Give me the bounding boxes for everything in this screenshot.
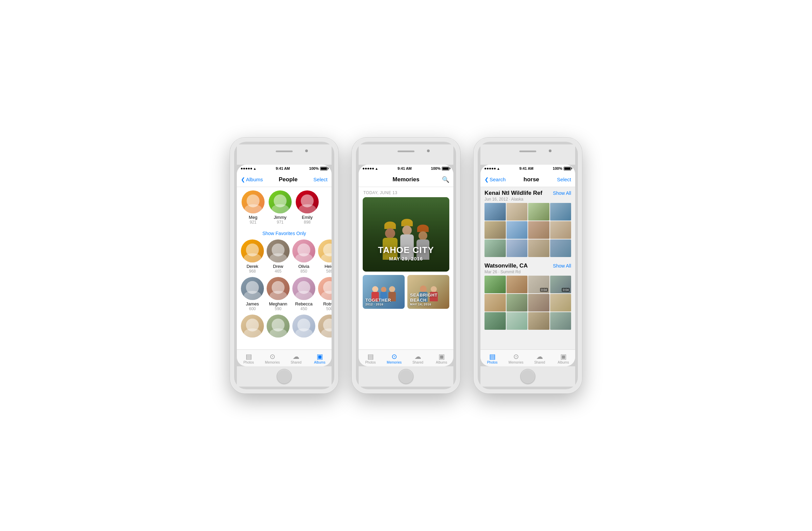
phone-2: ▲ 9:41 AM 100% Memories 🔍 [352, 138, 460, 393]
person-r4b[interactable] [266, 314, 290, 339]
tab-albums-1[interactable]: ▣ Albums [308, 352, 332, 364]
person-meghann[interactable]: Meghann 590 [266, 277, 290, 311]
kenai-photo-5[interactable] [528, 203, 549, 221]
together-title: TOGETHER 2012 · 2016 [365, 298, 402, 306]
home-button-2[interactable] [398, 369, 414, 384]
home-button-3[interactable] [520, 369, 535, 384]
beach-t1: SEABRIGHT BEACH [410, 293, 447, 303]
person-james[interactable]: James 600 [241, 277, 264, 311]
avatar-meghann [266, 277, 290, 300]
signal-area-1: ▲ [241, 167, 257, 171]
wat-photo-11[interactable] [528, 312, 549, 330]
kenai-show-all[interactable]: Show All [553, 190, 571, 196]
tab-bar-1: ▤ Photos ⊙ Memories ☁ Shared ▣ Albums [237, 349, 332, 366]
tab-photos-1[interactable]: ▤ Photos [237, 352, 261, 364]
face-jimmy [269, 190, 292, 213]
person-r4a[interactable] [241, 314, 264, 339]
wat-photo-8[interactable] [550, 294, 571, 311]
shared-label-2: Shared [412, 360, 423, 364]
watsonville-show-all[interactable]: Show All [553, 263, 571, 268]
person-drew[interactable]: Drew 465 [266, 239, 290, 274]
person-meg[interactable]: Meg 921 [241, 190, 265, 225]
person-emily[interactable]: Emily 898 [295, 190, 319, 225]
shared-label-3: Shared [534, 360, 545, 364]
face-r4d [318, 314, 332, 338]
tab-shared-2[interactable]: ☁ Shared [406, 352, 430, 364]
wat-photo-5[interactable]: 0:04 [528, 276, 549, 293]
home-area-2 [359, 366, 453, 387]
kenai-photo-6[interactable] [528, 221, 549, 239]
person-r4c[interactable] [292, 314, 315, 339]
back-button-1[interactable]: ❮ Albums [241, 177, 263, 183]
back-label-3: Search [490, 177, 506, 182]
tab-memories-2[interactable]: ⊙ Memories [382, 352, 406, 364]
search-icon-2[interactable]: 🔍 [442, 176, 449, 183]
speaker-2 [397, 150, 415, 152]
status-bar-1: ▲ 9:41 AM 100% [237, 165, 332, 172]
avatar-r4a [241, 314, 264, 338]
status-time-3: 9:41 AM [519, 166, 534, 171]
tab-albums-3[interactable]: ▣ Albums [551, 352, 575, 364]
tab-photos-2[interactable]: ▤ Photos [359, 352, 382, 364]
person-olivia[interactable]: Olivia 850 [292, 239, 315, 274]
face-robyn [318, 277, 332, 300]
kenai-photo-9[interactable] [484, 239, 506, 257]
kenai-photo-2[interactable] [484, 221, 506, 239]
kenai-col-6 [507, 239, 528, 257]
tab-albums-2[interactable]: ▣ Albums [430, 352, 453, 364]
memory-thumb-beach[interactable]: SEABRIGHT BEACH MAY 14, 2016 [407, 275, 449, 309]
signal-dots-2 [363, 168, 374, 169]
kenai-photo-10[interactable] [507, 239, 528, 257]
wat-photo-12[interactable] [550, 312, 571, 330]
wat-photo-1[interactable] [484, 276, 506, 293]
kenai-photo-11[interactable] [528, 239, 549, 257]
person-jimmy[interactable]: Jimmy 971 [268, 190, 292, 225]
kenai-photo-1[interactable] [484, 203, 506, 221]
wat-photo-9[interactable] [484, 312, 506, 330]
wat-photo-6[interactable] [528, 294, 549, 311]
select-button-3[interactable]: Select [557, 177, 571, 182]
tab-shared-3[interactable]: ☁ Shared [528, 352, 551, 364]
home-button-1[interactable] [277, 369, 292, 384]
kenai-photo-12[interactable] [550, 239, 571, 257]
kenai-photo-7[interactable] [550, 203, 571, 221]
person-robyn[interactable]: Robyn 500 [318, 277, 332, 311]
avatar-robyn [318, 277, 332, 300]
person-rebecca[interactable]: Rebecca 450 [292, 277, 315, 311]
tab-shared-1[interactable]: ☁ Shared [284, 352, 308, 364]
select-button-1[interactable]: Select [313, 177, 328, 182]
kenai-photo-3[interactable] [507, 203, 528, 221]
watsonville-grid-row2 [484, 312, 571, 330]
tab-photos-3[interactable]: ▤ Photos [480, 352, 504, 364]
tab-memories-1[interactable]: ⊙ Memories [261, 352, 284, 364]
wat-photo-2[interactable] [484, 294, 506, 311]
memory-title-tahoe: TAHOE CITY MAY 29, 2016 [363, 245, 449, 262]
photos-label-3: Photos [487, 360, 497, 364]
wat-photo-4[interactable] [507, 294, 528, 311]
person-heidi[interactable]: Heidi 589 [318, 239, 332, 274]
back-button-3[interactable]: ❮ Search [484, 177, 506, 183]
nav-title-1: People [279, 176, 298, 183]
kenai-section-top: Kenai Ntl Wildlife Ref Show All [484, 190, 571, 196]
person-r4d[interactable] [318, 314, 332, 339]
body-r4d [321, 328, 332, 338]
memories-tab-label-1: Memories [265, 360, 280, 364]
kenai-photo-8[interactable] [550, 221, 571, 239]
kenai-photo-4[interactable] [507, 221, 528, 239]
wat-photo-3[interactable] [507, 276, 528, 293]
body-robyn [321, 291, 332, 300]
status-bar-2: ▲ 9:41 AM 100% [359, 165, 453, 172]
favorites-label[interactable]: Show Favorites Only [241, 228, 328, 239]
back-chevron-3: ❮ [484, 177, 489, 183]
count-heidi: 589 [326, 269, 332, 274]
albums-label-3: Albums [557, 360, 569, 364]
memory-hero-tahoe[interactable]: TAHOE CITY MAY 29, 2016 [363, 197, 449, 271]
tab-memories-3[interactable]: ⊙ Memories [504, 352, 528, 364]
dot-3 [246, 168, 247, 169]
person-derek[interactable]: Derek 968 [241, 239, 264, 274]
battery-pct-2: 100% [431, 166, 440, 171]
wat-photo-10[interactable] [507, 312, 528, 330]
wat-photo-7[interactable]: 0:04 [550, 276, 571, 293]
memory-thumb-together[interactable]: TOGETHER 2012 · 2016 [363, 275, 405, 309]
name-olivia: Olivia [299, 264, 309, 269]
